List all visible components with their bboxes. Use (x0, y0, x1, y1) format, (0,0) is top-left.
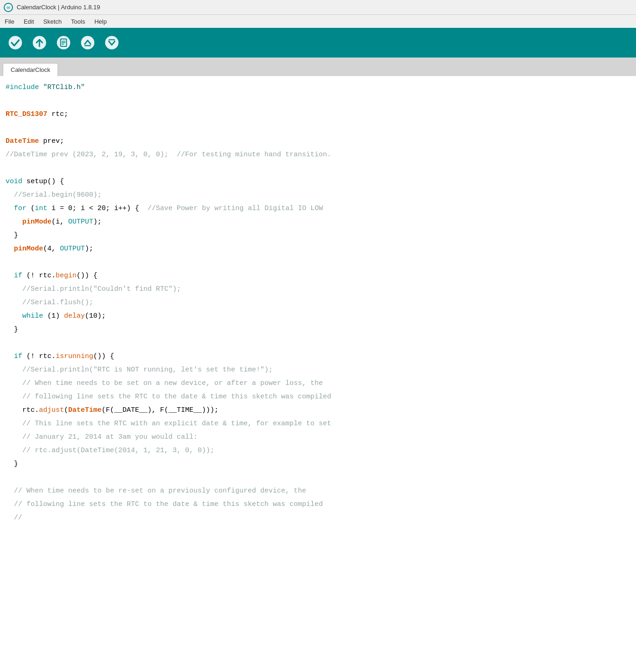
tab-calendarclock[interactable]: CalendarClock (3, 63, 58, 76)
code-line: // When time needs to be set on a new de… (0, 377, 636, 390)
code-line (0, 336, 636, 350)
svg-text:∞: ∞ (6, 5, 10, 11)
menu-file[interactable]: File (0, 17, 19, 26)
code-editor[interactable]: #include "RTClib.h" RTC_DS1307 rtc; Date… (0, 76, 636, 672)
code-line: // rtc.adjust(DateTime(2014, 1, 21, 3, 0… (0, 444, 636, 457)
code-line: DateTime prev; (0, 134, 636, 148)
code-line: #include "RTClib.h" (0, 81, 636, 94)
code-line (0, 471, 636, 484)
code-line: for (int i = 0; i < 20; i++) { //Save Po… (0, 202, 636, 215)
code-line: while (1) delay(10); (0, 309, 636, 323)
serial-monitor-button[interactable] (77, 32, 98, 53)
code-line: pinMode(4, OUTPUT); (0, 242, 636, 256)
code-line: } (0, 229, 636, 242)
window-title: CalendarClock | Arduino 1.8.19 (17, 4, 100, 11)
menu-tools[interactable]: Tools (66, 17, 90, 26)
menu-sketch[interactable]: Sketch (39, 17, 66, 26)
verify-button[interactable] (5, 32, 26, 53)
menu-edit[interactable]: Edit (19, 17, 39, 26)
code-line: //Serial.println("RTC is NOT running, le… (0, 363, 636, 377)
code-line: //Serial.flush(); (0, 296, 636, 309)
title-bar: ∞ CalendarClock | Arduino 1.8.19 (0, 0, 636, 15)
svg-point-10 (81, 36, 95, 50)
menu-help[interactable]: Help (90, 17, 111, 26)
code-line (0, 256, 636, 269)
code-line: // following line sets the RTC to the da… (0, 498, 636, 511)
code-line: RTC_DS1307 rtc; (0, 108, 636, 121)
debug-button[interactable] (53, 32, 74, 53)
code-line: void setup() { (0, 175, 636, 188)
toolbar (0, 28, 636, 58)
tab-bar: CalendarClock (0, 58, 636, 76)
code-line: // January 21, 2014 at 3am you would cal… (0, 430, 636, 444)
svg-point-2 (9, 36, 22, 50)
code-line: } (0, 457, 636, 471)
code-line: // This line sets the RTC with an explic… (0, 417, 636, 430)
menu-bar: File Edit Sketch Tools Help (0, 15, 636, 28)
code-line: // When time needs to be re-set on a pre… (0, 484, 636, 498)
upload-button[interactable] (29, 32, 50, 53)
code-line: } (0, 323, 636, 336)
code-line (0, 161, 636, 175)
code-line: // following line sets the RTC to the da… (0, 390, 636, 403)
code-line (0, 121, 636, 134)
svg-point-12 (105, 36, 119, 50)
code-line: //DateTime prev (2023, 2, 19, 3, 0, 0); … (0, 148, 636, 161)
code-line: //Serial.begin(9600); (0, 188, 636, 202)
code-line: // (0, 511, 636, 525)
code-line: if (! rtc.isrunning()) { (0, 350, 636, 363)
app-logo: ∞ (4, 3, 13, 12)
code-line: if (! rtc.begin()) { (0, 269, 636, 282)
serial-plotter-button[interactable] (101, 32, 122, 53)
code-line: rtc.adjust(DateTime(F(__DATE__), F(__TIM… (0, 403, 636, 417)
code-line (0, 94, 636, 108)
code-line: pinMode(i, OUTPUT); (0, 215, 636, 229)
code-line: //Serial.println("Couldn't find RTC"); (0, 282, 636, 296)
